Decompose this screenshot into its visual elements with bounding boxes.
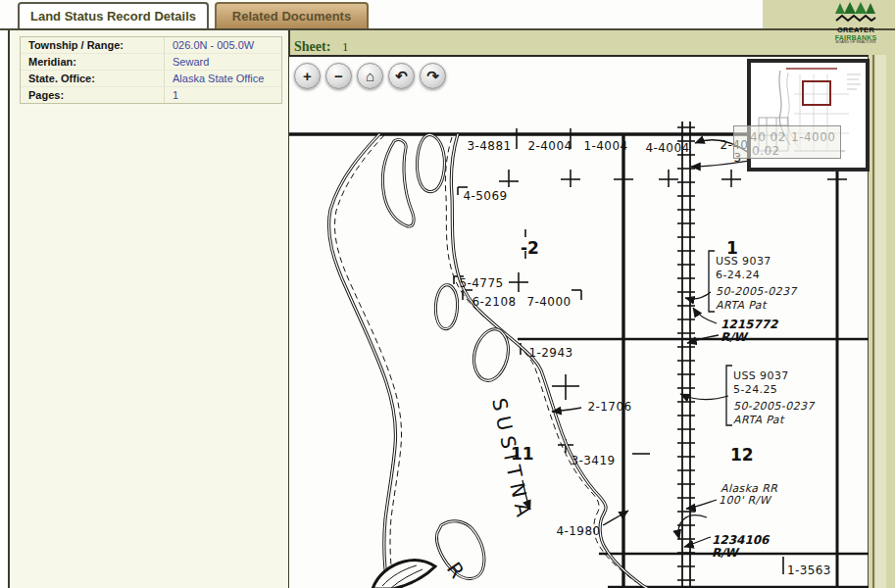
svg-text:50-2005-0237: 50-2005-0237 [733,400,816,413]
row-label: Meridian: [21,54,164,70]
annotation-arrows [522,140,752,547]
sheet-header: Sheet: 1 [294,37,348,55]
section-12: 12 [730,445,754,465]
survey-label: 1-2943 [529,346,573,360]
rotate-left-button[interactable]: ↶ [388,63,415,89]
svg-text:1215772: 1215772 [721,318,779,331]
survey-label: 5-4775 [460,276,504,290]
redo-arrow-icon: ↷ [426,68,439,85]
svg-text:R/W: R/W [721,330,750,344]
sheet-number: 1 [342,40,348,54]
table-row: State. Office: Alaska State Office [21,71,281,87]
tabbar-divider [0,28,895,30]
svg-text:R/W: R/W [712,546,741,560]
township-range-value: 026.0N - 005.0W [164,37,281,53]
section-2: -2 [521,238,539,258]
tab-related-documents[interactable]: Related Documents [215,2,369,28]
survey-label: 7-4000 [527,295,572,309]
svg-text:ARTA Pat: ARTA Pat [733,414,785,426]
zoom-out-button[interactable]: − [325,63,352,89]
survey-label: 4-4004 [646,141,690,155]
table-row: Meridian: Seward [21,54,281,71]
svg-text:USS 9037: USS 9037 [716,255,771,268]
logo-title: GREATER [832,26,879,34]
svg-text:6-24.24: 6-24.24 [716,269,760,281]
survey-label: 3-4881 [468,139,512,153]
zoom-in-button[interactable]: + [294,63,321,89]
logo-tagline: BOARD OF REALTORS [832,41,879,45]
viewer-right-band [875,55,886,588]
plus-icon: + [303,68,312,84]
row-label: State. Office: [21,71,164,86]
details-table: Township / Range: 026.0N - 005.0W Meridi… [20,36,282,104]
pages-value: 1 [164,87,281,103]
tab-land-status-record-details[interactable]: Land Status Record Details [18,2,209,28]
viewport-rectangle[interactable] [802,80,831,106]
meridian-value: Seward [164,54,281,70]
trees-houses-icon [832,2,879,24]
svg-text:USS 9037: USS 9037 [733,369,789,382]
ghost-label: 0.02 [752,144,780,158]
svg-text:1234106: 1234106 [712,533,771,547]
survey-label: 4-1980 [557,524,601,538]
row-label: Township / Range: [21,37,164,53]
row-label: Pages: [21,87,164,103]
tab-label: Related Documents [232,9,351,24]
uss-annotation-2: USS 9037 5-24.25 50-2005-0237 ARTA Pat [733,369,816,426]
survey-label: 2-1706 [588,400,632,414]
survey-label: 6-2108 [472,295,517,309]
survey-label: 1-4004 [584,139,628,153]
undo-arrow-icon: ↶ [395,68,408,85]
tab-label: Land Status Record Details [30,9,196,24]
survey-label: 1-3563 [787,564,831,577]
rotate-right-button[interactable]: ↷ [420,63,446,89]
viewer-right-edge [872,55,874,588]
ghost-label: 1-4000 [791,130,836,144]
minus-icon: − [334,68,343,84]
home-icon: ⌂ [366,68,374,84]
greater-fairbanks-logo: GREATER FAIRBANKS BOARD OF REALTORS [832,2,879,49]
table-row: Township / Range: 026.0N - 005.0W [21,37,281,54]
state-office-value: Alaska State Office [164,71,281,86]
survey-label: 4-5069 [464,189,508,203]
survey-label: 2-4004 [528,139,572,153]
railroad-annotation: Alaska RR 100' R/W [719,482,777,507]
ghost-label: 40 02 [750,130,786,144]
rw-annotation-2: 1234106 R/W [712,533,771,560]
sheet-label: Sheet: [294,39,330,54]
table-row: Pages: 1 [21,87,281,103]
svg-text:5-24.25: 5-24.25 [733,383,777,396]
svg-text:ARTA Pat: ARTA Pat [716,299,768,312]
uss-annotation-1: USS 9037 6-24.24 50-2005-0237 ARTA Pat [716,255,798,312]
svg-text:50-2005-0237: 50-2005-0237 [716,285,798,298]
svg-text:100' R/W: 100' R/W [719,494,772,507]
land-status-details-panel: Township / Range: 026.0N - 005.0W Meridi… [8,30,288,588]
survey-label: 3-3419 [572,454,616,467]
home-button[interactable]: ⌂ [357,63,383,89]
overview-drag-box[interactable]: 40 02 1-4000 0.02 [733,125,841,159]
